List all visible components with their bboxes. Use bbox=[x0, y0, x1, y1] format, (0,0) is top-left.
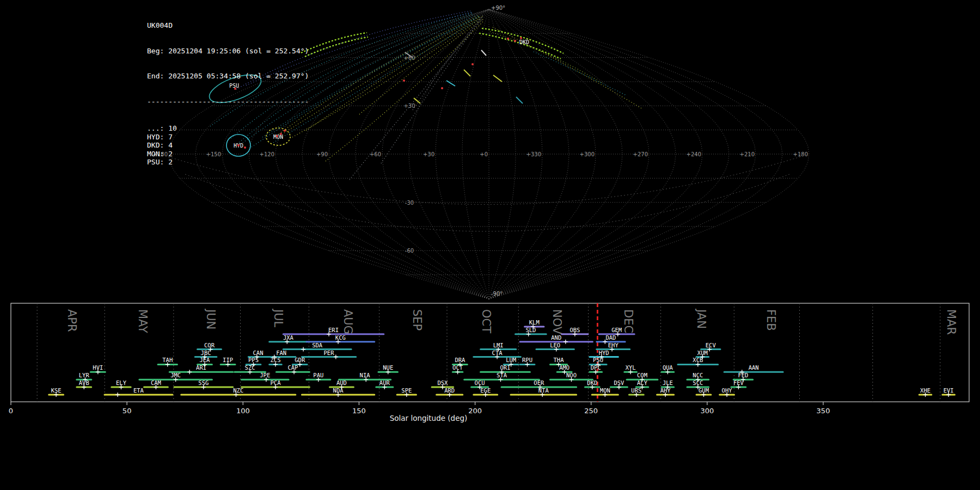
shower-code-label: ELY bbox=[116, 379, 127, 386]
shower-code-label: GUM bbox=[699, 387, 709, 394]
month-label-jul: JUL bbox=[272, 308, 285, 328]
longitude-label: +270 bbox=[633, 151, 648, 157]
shower-mon: MON bbox=[591, 387, 619, 397]
info-separator: -------------------------------------- bbox=[147, 97, 309, 106]
shower-code-label: QUA bbox=[663, 364, 673, 371]
shower-code-label: FED bbox=[738, 372, 748, 378]
month-label-aug: AUG bbox=[341, 309, 354, 334]
shower-code-label: URS bbox=[631, 387, 641, 394]
month-label-may: MAY bbox=[136, 309, 149, 333]
shower-activity-bar bbox=[180, 394, 296, 396]
drift-trail bbox=[359, 19, 484, 114]
shower-code-label: JMC bbox=[170, 372, 181, 378]
shower-code-label: XCB bbox=[693, 357, 703, 363]
shower-code-label: NOO bbox=[566, 372, 577, 378]
meteor-dot bbox=[441, 87, 443, 89]
shower-code-label: FEV bbox=[733, 379, 744, 386]
info-count-line: PSU: 2 bbox=[147, 158, 309, 167]
shower-code-label: SDA bbox=[312, 342, 323, 348]
drift-trail bbox=[381, 16, 483, 163]
shower-code-label: AUR bbox=[379, 379, 390, 386]
shower-code-label: OCT bbox=[452, 364, 463, 371]
month-label-oct: OCT bbox=[480, 309, 493, 333]
shower-code-label: AHY bbox=[660, 387, 671, 394]
shower-tah: TAH bbox=[157, 357, 178, 366]
shower-per: PER bbox=[301, 350, 357, 359]
drift-trail bbox=[284, 16, 480, 133]
meteor-radiant-report: +180+150+120+90+60+30+0+330+300+270+240+… bbox=[0, 0, 980, 490]
shower-code-label: EGE bbox=[480, 387, 491, 394]
shower-activity-bar bbox=[104, 394, 174, 396]
shower-code-label: SCC bbox=[693, 379, 703, 386]
shower-code-label: ALY bbox=[637, 379, 648, 386]
shower-code-label: DSX bbox=[437, 379, 448, 386]
shower-code-label: KSE bbox=[51, 387, 62, 394]
shower-ely: ELY bbox=[111, 379, 131, 389]
month-label-jan: JAN bbox=[695, 308, 708, 329]
shower-code-label: HYD bbox=[599, 350, 609, 356]
shower-code-label: DKD bbox=[587, 379, 597, 386]
radiant-label-dkd: DKD bbox=[519, 39, 529, 45]
x-axis-title: Solar longitude (deg) bbox=[11, 414, 846, 422]
shower-activity-bar bbox=[301, 356, 357, 358]
shower-code-label: SSG bbox=[198, 379, 209, 386]
activity-timeline-chart: APRMAYJUNJULAUGSEPOCTNOVDECJANFEBMAR0501… bbox=[0, 303, 980, 428]
shower-nue: NUE bbox=[378, 364, 399, 374]
shower-code-label: FAN bbox=[276, 350, 286, 356]
month-label-apr: APR bbox=[65, 309, 78, 332]
shower-code-label: AMO bbox=[559, 364, 569, 371]
shower-code-label: DSV bbox=[614, 379, 624, 386]
shower-obs: OBS bbox=[561, 327, 589, 336]
shower-code-label: NTA bbox=[538, 387, 549, 394]
month-label-sep: SEP bbox=[411, 309, 424, 330]
shower-code-label: ARD bbox=[444, 387, 455, 394]
shower-code-label: DRA bbox=[455, 357, 465, 363]
month-label-nov: NOV bbox=[550, 309, 564, 335]
shower-code-label: KCG bbox=[335, 334, 346, 341]
shower-code-label: PCA bbox=[270, 379, 281, 386]
latitude-label: -30 bbox=[405, 200, 414, 206]
shower-hvi: HVI bbox=[90, 364, 106, 374]
shower-code-label: JLE bbox=[663, 379, 673, 386]
shower-pau: PAU bbox=[305, 372, 331, 382]
shower-jxa: JXA bbox=[268, 334, 308, 344]
shower-code-label: PSU bbox=[593, 357, 603, 363]
meteor-segment bbox=[446, 81, 455, 86]
shower-code-label: DAD bbox=[605, 334, 616, 341]
shower-kse: KSE bbox=[48, 387, 64, 397]
shower-code-label: LMI bbox=[493, 342, 504, 348]
shower-code-label: ORI bbox=[500, 364, 511, 371]
shower-ssg: SSG bbox=[173, 379, 234, 389]
longitude-label: +30 bbox=[423, 151, 434, 157]
shower-code-label: KLM bbox=[529, 319, 540, 326]
shower-ard: ARD bbox=[436, 387, 463, 397]
shower-code-label: ETA bbox=[133, 387, 144, 394]
shower-code-label: JPE bbox=[260, 372, 270, 378]
shower-code-label: STA bbox=[497, 372, 507, 378]
shower-sda: SDA bbox=[283, 342, 352, 352]
shower-code-label: THA bbox=[554, 357, 565, 363]
meridian-line bbox=[329, 9, 489, 299]
shower-xcb: XCB bbox=[677, 357, 719, 366]
shower-code-label: CAP bbox=[287, 364, 298, 371]
shower-aur: AUR bbox=[375, 379, 394, 389]
shower-fev: FEV bbox=[730, 379, 746, 389]
shower-dsv: DSV bbox=[610, 379, 628, 389]
shower-eri: ERI bbox=[283, 327, 385, 336]
shower-ahy: AHY bbox=[656, 387, 675, 397]
shower-code-label: XHE bbox=[920, 387, 930, 394]
meteor-dot bbox=[520, 37, 522, 39]
shower-spe: SPE bbox=[396, 387, 417, 397]
meteor-dot bbox=[471, 63, 474, 65]
month-label-mar: MAR bbox=[945, 309, 958, 335]
shower-jpe: JPE bbox=[241, 372, 290, 382]
drift-trail bbox=[326, 22, 483, 161]
shower-code-label: SZC bbox=[245, 364, 255, 371]
shower-code-label: NZC bbox=[233, 387, 243, 394]
longitude-label: +90 bbox=[316, 151, 328, 157]
shower-code-label: LUM bbox=[506, 357, 516, 363]
latitude-label: -60 bbox=[405, 248, 414, 254]
shower-evi: EVI bbox=[941, 387, 955, 397]
shower-code-label: ECV bbox=[706, 342, 716, 348]
shower-code-label: PAU bbox=[313, 372, 323, 378]
